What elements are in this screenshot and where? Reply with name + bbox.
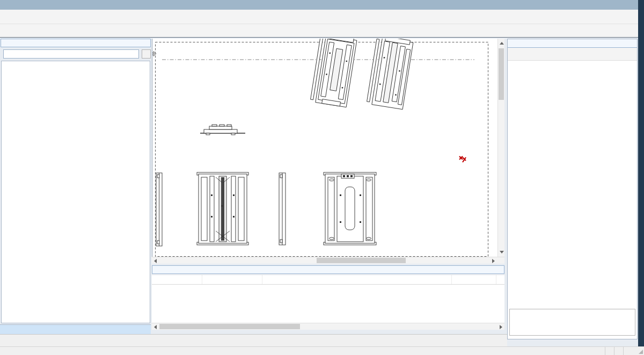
close-button[interactable] [616, 0, 636, 10]
available-symbols-panel [152, 265, 504, 330]
canvas-horizontal-scrollbar[interactable] [152, 257, 504, 264]
mount-top-view-drawing [200, 125, 245, 135]
search-clear-button[interactable] [142, 49, 151, 59]
scroll-left-icon[interactable] [154, 325, 157, 329]
search-row [1, 49, 151, 59]
status-bar [0, 346, 644, 355]
browser-tab-strip [0, 324, 151, 334]
rack-drawing-iso-a [310, 39, 357, 107]
vertical-scroll-thumb[interactable] [499, 48, 504, 100]
resize-grip[interactable] [636, 347, 644, 355]
column-model-number[interactable] [202, 275, 262, 284]
properties-toolbar [508, 48, 637, 61]
status-drawing-units [614, 347, 623, 355]
scroll-left-icon[interactable] [154, 259, 157, 263]
canvas-vertical-scrollbar[interactable] [497, 39, 504, 257]
scroll-right-icon[interactable] [492, 259, 495, 263]
product-browser-panel [1, 39, 151, 323]
rack-drawing-iso-b [367, 39, 413, 110]
scroll-up-icon[interactable] [500, 42, 504, 45]
symbols-horizontal-scrollbar[interactable] [152, 323, 504, 330]
status-current-layer [605, 347, 614, 355]
main-toolbar [0, 24, 644, 37]
horizontal-scroll-thumb[interactable] [317, 258, 406, 263]
scroll-down-icon[interactable] [500, 251, 504, 253]
drawing-canvas[interactable] [152, 39, 504, 257]
mount-side-view-1 [156, 173, 162, 246]
horizontal-scroll-thumb[interactable] [159, 324, 300, 329]
properties-panel [507, 39, 638, 339]
properties-header [508, 39, 637, 48]
property-help-box [509, 309, 635, 336]
symbols-table-header [152, 275, 504, 285]
available-symbols-header [152, 265, 504, 274]
product-tree [1, 61, 150, 323]
origin-marker [152, 51, 157, 56]
window-edge [638, 0, 644, 346]
column-manufacturer[interactable] [152, 275, 202, 284]
mount-rear-view [324, 172, 376, 245]
product-browser-header [1, 39, 151, 47]
application-window: { "colors": { "titlebar": "#9fb6c9", "se… [0, 0, 644, 355]
column-co[interactable] [496, 275, 504, 284]
symbols-table [152, 274, 504, 323]
mdi-frame-border [0, 37, 644, 38]
mount-front-view [197, 172, 248, 245]
scroll-right-icon[interactable] [500, 325, 502, 329]
search-input[interactable] [3, 49, 139, 59]
column-description[interactable] [262, 275, 452, 284]
maximize-button[interactable] [596, 0, 616, 10]
insertion-point-marker [459, 156, 466, 162]
minimize-button[interactable] [575, 0, 596, 10]
mount-side-view-2 [279, 173, 286, 245]
column-name[interactable] [452, 275, 496, 284]
document-tab-strip [0, 334, 507, 346]
menu-bar [0, 10, 644, 24]
title-bar [0, 0, 644, 10]
drawing-content [152, 39, 497, 257]
